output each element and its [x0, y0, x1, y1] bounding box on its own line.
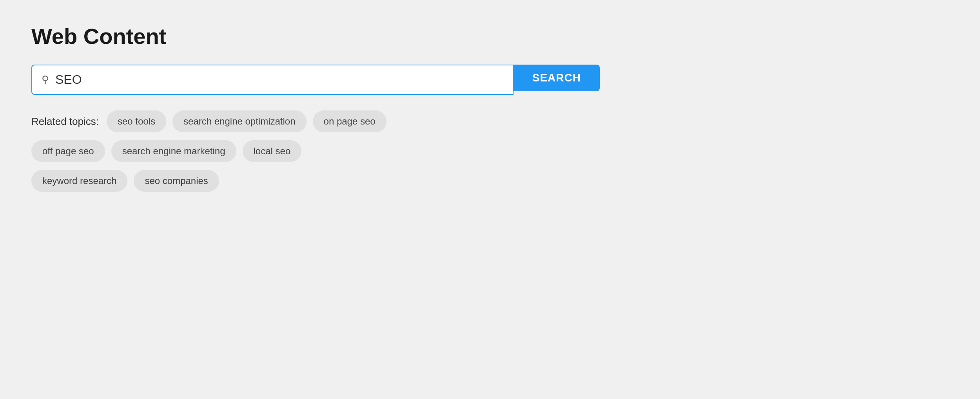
chip-on-page-seo[interactable]: on page seo — [313, 110, 387, 132]
chip-local-seo[interactable]: local seo — [243, 140, 302, 162]
page-title: Web Content — [31, 23, 949, 49]
related-row-1: Related topics: seo tools search engine … — [31, 110, 600, 132]
chip-seo-companies[interactable]: seo companies — [134, 170, 219, 192]
chip-seo-tools[interactable]: seo tools — [107, 110, 166, 132]
search-button[interactable]: SEARCH — [514, 65, 600, 91]
search-row: ⚲ SEARCH — [31, 65, 600, 95]
chip-off-page-seo[interactable]: off page seo — [31, 140, 105, 162]
chip-keyword-research[interactable]: keyword research — [31, 170, 127, 192]
related-row-3: keyword research seo companies — [31, 170, 600, 192]
search-icon: ⚲ — [42, 74, 49, 86]
search-box: ⚲ — [31, 65, 514, 95]
search-input[interactable] — [55, 72, 503, 87]
related-label: Related topics: — [31, 116, 99, 128]
related-topics-section: Related topics: seo tools search engine … — [31, 110, 600, 192]
related-row-2: off page seo search engine marketing loc… — [31, 140, 600, 162]
chip-search-engine-optimization[interactable]: search engine optimization — [172, 110, 307, 132]
chip-search-engine-marketing[interactable]: search engine marketing — [111, 140, 236, 162]
